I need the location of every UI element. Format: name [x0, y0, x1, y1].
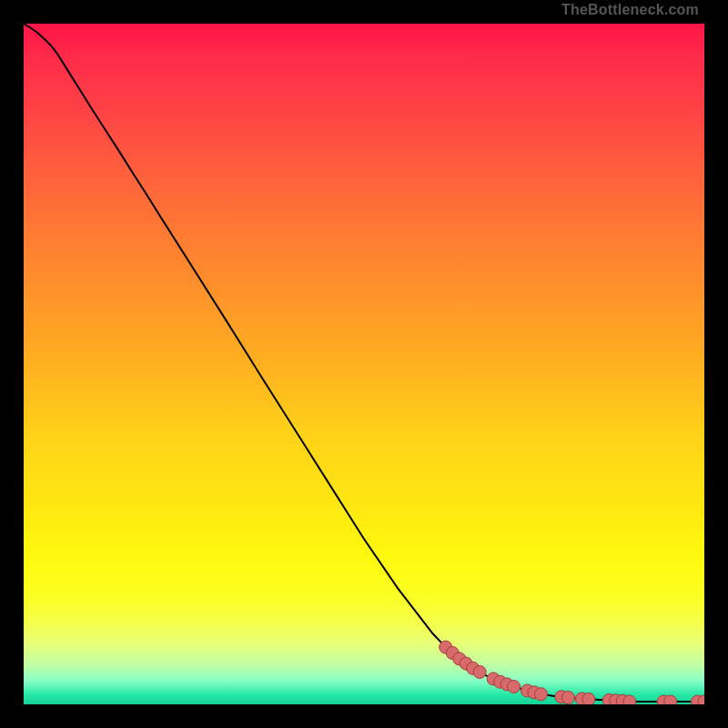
chart-marker [561, 692, 574, 704]
plot-area [24, 24, 704, 704]
chart-line [24, 24, 704, 702]
chart-stage: TheBottleneck.com [0, 0, 728, 728]
chart-markers [440, 641, 704, 704]
chart-marker [582, 693, 595, 704]
chart-overlay [24, 24, 704, 704]
chart-marker [534, 688, 547, 701]
chart-marker [473, 665, 486, 678]
chart-marker [508, 681, 521, 693]
chart-marker [623, 695, 636, 704]
watermark-text: TheBottleneck.com [561, 2, 699, 18]
chart-marker [664, 695, 677, 704]
